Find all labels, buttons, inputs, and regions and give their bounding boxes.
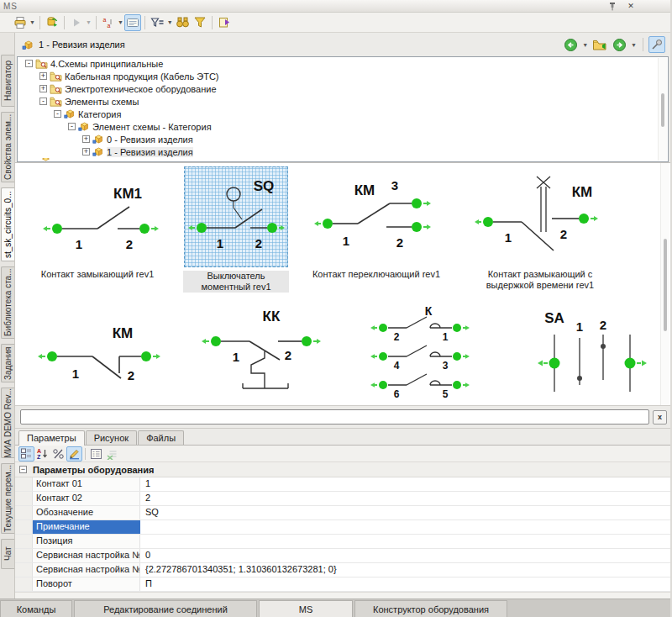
- expander-icon[interactable]: -: [68, 123, 76, 130]
- chevron-down-icon[interactable]: ▼: [118, 19, 123, 25]
- property-value[interactable]: [140, 520, 670, 534]
- collapse-icon[interactable]: −: [19, 466, 27, 473]
- symbol-tile-contactor[interactable]: К: [362, 303, 493, 405]
- side-tab-st-sk-circuits[interactable]: st_sk_circuits_0...: [1, 187, 14, 261]
- filter-conditions-button[interactable]: [149, 14, 166, 31]
- property-row-contact01[interactable]: Контакт 01 1: [15, 477, 670, 492]
- tab-parameters[interactable]: Параметры: [18, 430, 85, 446]
- chevron-down-icon[interactable]: ▼: [631, 42, 637, 48]
- tab-files[interactable]: Файлы: [138, 430, 184, 445]
- property-row-position[interactable]: Позиция: [15, 535, 670, 549]
- property-value[interactable]: 1: [140, 477, 670, 491]
- categorized-view-button[interactable]: [18, 446, 34, 461]
- property-row-note[interactable]: Примечание: [15, 520, 670, 535]
- row-gutter: [15, 506, 33, 519]
- symbols-scrollbar-thumb[interactable]: [664, 239, 667, 331]
- expander-icon[interactable]: -: [39, 98, 47, 105]
- clear-value-button[interactable]: [104, 446, 120, 461]
- expander-icon[interactable]: +: [39, 72, 47, 80]
- property-row-service1[interactable]: Сервисная настройка №1 0: [15, 549, 670, 563]
- chevron-down-icon[interactable]: ▼: [86, 19, 92, 25]
- symbol-tile-selector-switch[interactable]: SA 1 2 Пе: [515, 303, 659, 405]
- side-tab-mia-demo[interactable]: МИА DEMO Rev...: [1, 388, 14, 458]
- tree-item-revision-0[interactable]: + 0 - Ревизия изделия: [18, 133, 668, 145]
- property-row-service2[interactable]: Сервисная настройка №2 {2.27278670134035…: [15, 563, 670, 577]
- close-icon[interactable]: ✕: [625, 1, 637, 11]
- tree-scrollbar-thumb[interactable]: [661, 93, 664, 127]
- tree-item-revision-1[interactable]: + 1 - Ревизия изделия: [18, 145, 668, 158]
- symbols-scrollbar[interactable]: [660, 163, 669, 405]
- expander-icon[interactable]: -: [54, 110, 61, 118]
- side-tab-chat[interactable]: Чат: [1, 539, 14, 569]
- expander-icon[interactable]: +: [39, 85, 47, 92]
- property-label: Сервисная настройка №2: [33, 563, 140, 577]
- property-row-contact02[interactable]: Контакт 02 2: [15, 492, 670, 506]
- chevron-down-icon[interactable]: ▼: [29, 19, 35, 25]
- property-value[interactable]: {2.272786701340351; 1.310360132673281; 0…: [140, 563, 670, 577]
- symbol-tile-momentary-switch[interactable]: SQ 1 2: [183, 166, 289, 293]
- tree-item-scheme-elements[interactable]: - Элементы схемы: [18, 95, 668, 108]
- bottom-tab-equipment-constructor[interactable]: Конструктор оборудования: [354, 600, 507, 617]
- property-row-rotation[interactable]: Поворот П: [15, 577, 670, 592]
- side-tab-standard-library[interactable]: Библиотека ста...: [1, 266, 14, 339]
- filter-button[interactable]: [192, 14, 208, 31]
- symbol-tile-opening-contact[interactable]: КМ 1 2 Ко: [27, 303, 168, 405]
- bottom-tab-connection-editing[interactable]: Редактирование соединений: [74, 600, 257, 617]
- symbol-tile-closing-contact[interactable]: КМ1 1 2 Контакт замыкающий: [27, 166, 168, 280]
- pin-icon[interactable]: [606, 1, 618, 11]
- side-tab-navigator[interactable]: Навигатор: [1, 55, 14, 107]
- tree-item-cables[interactable]: + Кабельная продукция (Кабель ЭТС): [18, 70, 668, 82]
- show-percent-button[interactable]: [50, 446, 66, 461]
- property-value[interactable]: SQ: [140, 506, 670, 519]
- search-input[interactable]: [20, 409, 649, 425]
- tree-scrollbar[interactable]: [658, 58, 667, 161]
- export-button[interactable]: [216, 14, 233, 31]
- expander-icon[interactable]: -: [25, 60, 33, 67]
- chevron-down-icon[interactable]: ▼: [167, 19, 173, 25]
- edit-button[interactable]: [66, 446, 82, 461]
- tab-drawing[interactable]: Рисунок: [86, 430, 138, 445]
- side-tab-element-properties[interactable]: Свойства элем...: [1, 112, 14, 182]
- tree-item-label: 1 - Ревизия изделия: [107, 147, 193, 157]
- chevron-down-icon[interactable]: ▼: [582, 42, 588, 48]
- expander-icon[interactable]: +: [82, 148, 90, 156]
- find-button[interactable]: [174, 14, 192, 31]
- sort-mode-button[interactable]: aa: [100, 14, 117, 31]
- property-pages-button[interactable]: [88, 446, 104, 461]
- tree-item-label: Электротехническое оборудование: [65, 84, 217, 94]
- property-value[interactable]: 0: [140, 549, 670, 562]
- card-view-button[interactable]: [124, 14, 141, 31]
- sort-alphabetical-button[interactable]: AZ: [34, 446, 50, 461]
- symbol-tile-changeover-contact[interactable]: КМ 3 1: [304, 166, 449, 280]
- app-window: MS ✕ ▼ ▼ aa ▼ ▼ Навигатор Свойства э: [0, 0, 672, 617]
- filter-equals-icon: [150, 16, 165, 29]
- property-value[interactable]: П: [140, 577, 670, 591]
- tree-item-category[interactable]: - Категория: [18, 108, 668, 120]
- property-value[interactable]: [140, 535, 670, 548]
- symbol-tile-time-delay-contact[interactable]: КМ 1 2: [464, 166, 617, 291]
- symbol-tile-thermal-relay-contact[interactable]: КК 1 2: [190, 303, 340, 405]
- horizontal-scrollbar[interactable]: [15, 592, 670, 599]
- side-tab-tasks[interactable]: Задания: [1, 344, 14, 382]
- row-gutter: [15, 477, 33, 491]
- bottom-tab-ms[interactable]: MS: [259, 600, 353, 617]
- property-row-designation[interactable]: Обозначение SQ: [15, 506, 670, 520]
- pin-panel-button[interactable]: [648, 36, 665, 53]
- terminal-number: 2: [285, 348, 291, 362]
- expander-icon[interactable]: +: [82, 135, 90, 143]
- tree-item-schemes[interactable]: - 4.Схемы принципиальные: [18, 57, 668, 70]
- back-button[interactable]: [562, 36, 580, 53]
- time-delay-contact-symbol: КМ 1 2: [473, 168, 607, 262]
- tree-item-electrical-equipment[interactable]: + Электротехническое оборудование: [18, 82, 668, 95]
- property-value[interactable]: 2: [140, 492, 670, 505]
- forward-button[interactable]: [611, 36, 628, 53]
- print-button[interactable]: [12, 14, 29, 31]
- bottom-tab-commands[interactable]: Команды: [0, 600, 72, 617]
- property-group-header[interactable]: − Параметры оборудования: [15, 462, 670, 477]
- side-tab-current-variables[interactable]: Текущие перем...: [1, 463, 14, 534]
- run-button[interactable]: [68, 14, 85, 31]
- refresh-data-button[interactable]: [44, 14, 60, 31]
- tree-item-element-category[interactable]: - Элемент схемы - Категория: [18, 120, 668, 133]
- clear-search-button[interactable]: x: [653, 410, 667, 425]
- open-folder-button[interactable]: [591, 36, 609, 53]
